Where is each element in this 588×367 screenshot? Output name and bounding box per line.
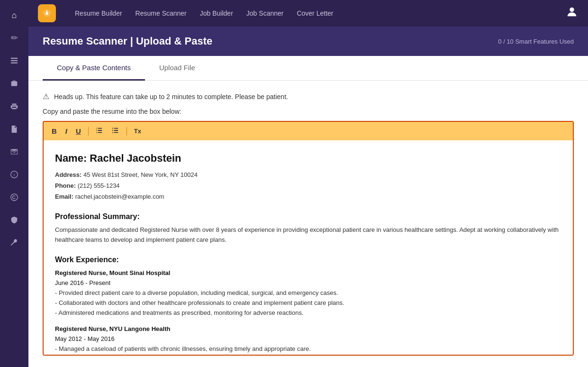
logo (38, 4, 56, 22)
user-avatar-icon[interactable] (565, 5, 579, 21)
page-header: Resume Scanner | Upload & Paste 0 / 10 S… (28, 27, 588, 56)
svg-text:2: 2 (96, 129, 97, 131)
svg-rect-10 (98, 128, 102, 129)
job-1-bullet-3: - Administered medications and treatment… (55, 308, 561, 318)
sidebar-icon-layers[interactable] (4, 50, 25, 71)
editor-container: B I U 123 Tx Name: Rachel Jacobstein (43, 121, 574, 356)
editor-content[interactable]: Name: Rachel Jacobstein Address: 45 West… (44, 140, 573, 355)
job-2-title: Registered Nurse, NYU Langone Health (55, 324, 561, 334)
instruction-text: Copy and paste the resume into the box b… (43, 108, 574, 115)
svg-point-21 (112, 132, 113, 133)
warning-bar: ⚠ Heads up. This feature can take up to … (43, 92, 574, 101)
sidebar-icon-edit[interactable]: ✏ (4, 28, 25, 48)
address-label: Address: (55, 171, 81, 178)
svg-text:1: 1 (96, 128, 97, 129)
underline-button[interactable]: U (73, 126, 83, 136)
svg-rect-1 (11, 60, 18, 61)
svg-rect-11 (98, 130, 102, 131)
svg-rect-16 (114, 128, 118, 129)
sidebar-icon-printer[interactable] (4, 96, 25, 117)
sidebar: ⌂ ✏ i (0, 0, 28, 367)
job-2-bullet-1: - Managed a caseload of patients with ch… (55, 344, 561, 354)
tab-upload-file[interactable]: Upload File (145, 56, 209, 81)
toolbar-divider-2 (127, 127, 127, 136)
resume-address: Address: 45 West 81st Street, New York, … (55, 170, 561, 180)
panel: ⚠ Heads up. This feature can take up to … (28, 81, 588, 367)
sidebar-icon-tools[interactable] (4, 232, 25, 253)
svg-point-9 (570, 8, 574, 12)
toolbar-divider-1 (88, 127, 89, 136)
phone-value: (212) 555-1234 (78, 182, 120, 189)
sidebar-icon-mail[interactable] (4, 141, 25, 162)
phone-label: Phone: (55, 182, 76, 189)
svg-rect-2 (11, 63, 18, 64)
svg-rect-17 (114, 130, 118, 131)
ordered-list-button[interactable]: 123 (93, 126, 106, 137)
job-1-bullet-1: - Provided direct patient care to a dive… (55, 288, 561, 298)
nav-links: Resume Builder Resume Scanner Job Builde… (75, 9, 551, 17)
nav-cover-letter[interactable]: Cover Letter (297, 9, 333, 17)
nav-resume-scanner[interactable]: Resume Scanner (136, 9, 187, 17)
summary-text: Compassionate and dedicated Registered N… (55, 225, 561, 245)
page-title: Resume Scanner | Upload & Paste (43, 35, 212, 47)
tabs: Copy & Paste Contents Upload File (28, 56, 588, 81)
main-content: Resume Builder Resume Scanner Job Builde… (28, 0, 588, 367)
svg-text:i: i (14, 173, 15, 177)
nav-job-scanner[interactable]: Job Scanner (246, 9, 284, 17)
job-1-bullet-2: - Collaborated with doctors and other he… (55, 298, 561, 308)
nav-job-builder[interactable]: Job Builder (200, 9, 233, 17)
editor-toolbar: B I U 123 Tx (44, 122, 573, 140)
nav-resume-builder[interactable]: Resume Builder (75, 9, 122, 17)
svg-text:3: 3 (96, 132, 97, 134)
job-1: Registered Nurse, Mount Sinai Hospital J… (55, 268, 561, 318)
svg-point-20 (112, 130, 113, 131)
warning-text: Heads up. This feature can take up to 2 … (54, 93, 288, 101)
clear-format-button[interactable]: Tx (132, 127, 144, 136)
smart-features-counter: 0 / 10 Smart Features Used (498, 38, 574, 45)
resume-email: Email: rachel.jacobstein@example.com (55, 192, 561, 202)
svg-rect-12 (98, 132, 102, 133)
tab-copy-paste[interactable]: Copy & Paste Contents (43, 56, 145, 81)
bold-button[interactable]: B (49, 126, 59, 136)
svg-point-5 (11, 194, 18, 201)
svg-rect-18 (114, 132, 118, 133)
job-2-date: May 2012 - May 2016 (55, 334, 561, 344)
italic-button[interactable]: I (63, 126, 70, 136)
email-value: rachel.jacobstein@example.com (75, 193, 164, 200)
resume-name: Name: Rachel Jacobstein (55, 150, 561, 166)
sidebar-icon-copyright[interactable] (4, 187, 25, 208)
sidebar-icon-briefcase[interactable] (4, 73, 25, 94)
sidebar-icon-info[interactable]: i (4, 164, 25, 185)
unordered-list-button[interactable] (109, 126, 122, 137)
svg-rect-0 (11, 58, 18, 59)
sidebar-icon-document[interactable] (4, 119, 25, 139)
content-area: Copy & Paste Contents Upload File ⚠ Head… (28, 56, 588, 367)
top-nav: Resume Builder Resume Scanner Job Builde… (28, 0, 588, 27)
sidebar-icon-home[interactable]: ⌂ (4, 5, 25, 26)
address-value: 45 West 81st Street, New York, NY 10024 (83, 171, 198, 178)
job-1-title: Registered Nurse, Mount Sinai Hospital (55, 268, 561, 278)
resume-phone: Phone: (212) 555-1234 (55, 181, 561, 191)
job-2: Registered Nurse, NYU Langone Health May… (55, 324, 561, 354)
email-label: Email: (55, 193, 73, 200)
svg-point-19 (112, 128, 113, 128)
job-1-date: June 2016 - Present (55, 278, 561, 288)
warning-triangle-icon: ⚠ (43, 92, 49, 101)
summary-title: Professional Summary: (55, 211, 561, 223)
sidebar-icon-shield[interactable] (4, 210, 25, 230)
work-title: Work Experience: (55, 254, 561, 266)
